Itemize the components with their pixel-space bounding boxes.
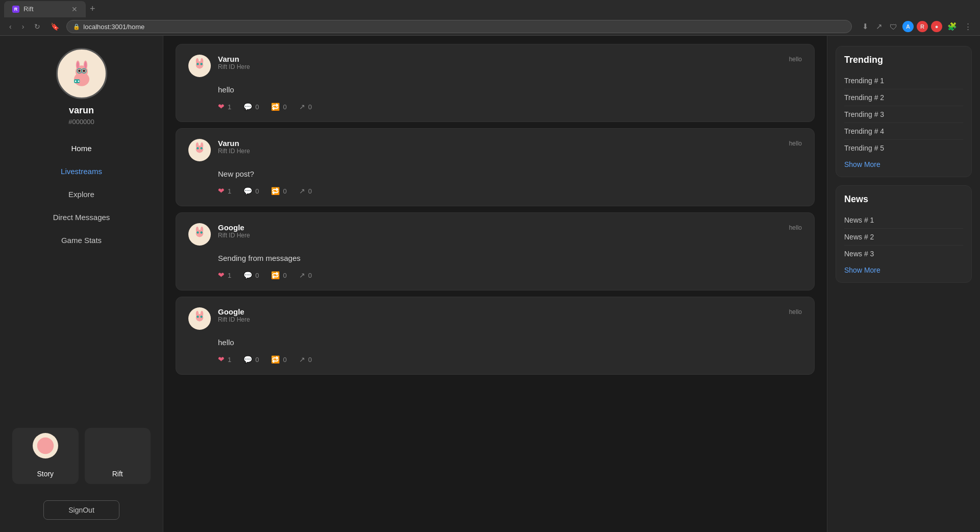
profile-icon-3[interactable]: ● [931,21,942,32]
post-tag: hello [789,56,802,63]
post-content: hello [188,338,802,347]
post-username: Google [218,307,250,316]
profile-icon-1[interactable]: A [902,21,914,32]
tab-bar: R Rift ✕ + [0,0,980,18]
trending-show-more-button[interactable]: Show More [844,156,880,168]
news-item-3[interactable]: News # 3 [844,246,963,262]
svg-point-5 [84,62,87,69]
post-header: Varun Rift ID Here hello [188,139,802,161]
active-tab[interactable]: R Rift ✕ [4,1,86,17]
post-header-right: hello [789,139,802,147]
trending-item-2[interactable]: Trending # 2 [844,89,963,106]
like-button[interactable]: ❤ 1 [218,186,231,196]
post-rift-id: Rift ID Here [218,316,250,323]
post-user-info: Varun Rift ID Here [218,55,250,70]
post-tag: hello [789,308,802,316]
post-username: Google [218,223,250,232]
user-avatar[interactable] [56,48,107,99]
story-rift-section: Story Rift [0,420,163,492]
sidebar-item-home[interactable]: Home [0,138,163,159]
post-card: Varun Rift ID Here hello hello ❤ 1 💬 0 [176,44,815,122]
share-count: 0 [308,272,312,279]
svg-point-14 [78,81,79,82]
comment-button[interactable]: 💬 0 [243,271,259,280]
share-button[interactable]: ↗ 0 [299,102,312,111]
shield-icon[interactable]: 🛡 [888,21,899,32]
trending-item-1[interactable]: Trending # 1 [844,72,963,89]
like-button[interactable]: ❤ 1 [218,271,231,280]
trending-item-3[interactable]: Trending # 3 [844,106,963,123]
trending-item-5[interactable]: Trending # 5 [844,140,963,156]
comment-icon: 💬 [243,271,252,279]
trending-item-4[interactable]: Trending # 4 [844,123,963,140]
share-browser-icon[interactable]: ↗ [874,21,885,32]
repost-button[interactable]: 🔁 0 [271,355,286,364]
svg-point-42 [201,316,203,318]
comment-count: 0 [255,272,259,279]
rift-card[interactable]: Rift [85,428,151,484]
tab-favicon: R [12,6,19,13]
post-rift-id: Rift ID Here [218,232,250,239]
post-header-right: hello [789,223,802,231]
tab-close-button[interactable]: ✕ [71,5,78,13]
forward-button[interactable]: › [19,20,28,33]
signout-button[interactable]: SignOut [43,500,119,520]
repost-icon: 🔁 [271,271,280,279]
like-button[interactable]: ❤ 1 [218,355,231,364]
share-button[interactable]: ↗ 0 [299,355,312,364]
new-tab-button[interactable]: + [88,4,97,14]
post-tag: hello [789,224,802,231]
svg-point-36 [201,232,203,234]
download-icon[interactable]: ⬇ [860,21,871,32]
like-button[interactable]: ❤ 1 [218,102,231,111]
share-count: 0 [308,187,312,195]
heart-icon: ❤ [218,271,225,280]
sidebar-item-direct-messages[interactable]: Direct Messages [0,207,163,228]
svg-point-7 [83,70,85,72]
post-avatar [188,307,211,330]
share-button[interactable]: ↗ 0 [299,186,312,196]
svg-point-29 [197,148,199,150]
svg-point-35 [197,232,199,234]
story-avatar [33,433,58,458]
repost-button[interactable]: 🔁 0 [271,102,286,111]
share-button[interactable]: ↗ 0 [299,271,312,280]
post-card: Google Rift ID Here hello hello ❤ 1 💬 0 [176,297,815,375]
trending-title: Trending [844,55,963,65]
back-button[interactable]: ‹ [6,20,15,33]
address-bar[interactable]: 🔒 localhost:3001/home [66,20,852,33]
browser-chrome: R Rift ✕ + ‹ › ↻ 🔖 🔒 localhost:3001/home… [0,0,980,36]
repost-button[interactable]: 🔁 0 [271,186,286,196]
sidebar-item-livestreams[interactable]: Livestreams [0,161,163,182]
like-count: 1 [228,356,231,364]
repost-count: 0 [283,356,286,364]
refresh-button[interactable]: ↻ [31,20,43,33]
comment-button[interactable]: 💬 0 [243,355,259,364]
post-avatar [188,55,211,77]
story-card[interactable]: Story [12,428,79,484]
bookmark-button[interactable]: 🔖 [47,20,62,33]
profile-icon-2[interactable]: R [917,21,928,32]
news-item-2[interactable]: News # 2 [844,229,963,246]
browser-toolbar-icons: ⬇ ↗ 🛡 A R ● 🧩 ⋮ [860,21,974,32]
repost-icon: 🔁 [271,103,280,111]
post-tag: hello [789,140,802,147]
svg-point-24 [201,63,203,65]
extensions-icon[interactable]: 🧩 [945,21,959,32]
post-actions: ❤ 1 💬 0 🔁 0 ↗ 0 [188,102,802,111]
post-card: Google Rift ID Here hello Sending from m… [176,212,815,291]
sidebar-item-explore[interactable]: Explore [0,184,163,205]
repost-button[interactable]: 🔁 0 [271,271,286,280]
news-show-more-button[interactable]: Show More [844,262,880,274]
menu-icon[interactable]: ⋮ [962,21,974,32]
comment-count: 0 [255,187,259,195]
feed: Varun Rift ID Here hello hello ❤ 1 💬 0 [163,36,827,532]
comment-button[interactable]: 💬 0 [243,186,259,196]
share-icon: ↗ [299,355,305,364]
share-count: 0 [308,356,312,364]
comment-button[interactable]: 💬 0 [243,102,259,111]
post-user-info: Google Rift ID Here [218,223,250,239]
news-item-1[interactable]: News # 1 [844,212,963,229]
sidebar-item-game-stats[interactable]: Game Stats [0,230,163,251]
post-actions: ❤ 1 💬 0 🔁 0 ↗ 0 [188,186,802,196]
